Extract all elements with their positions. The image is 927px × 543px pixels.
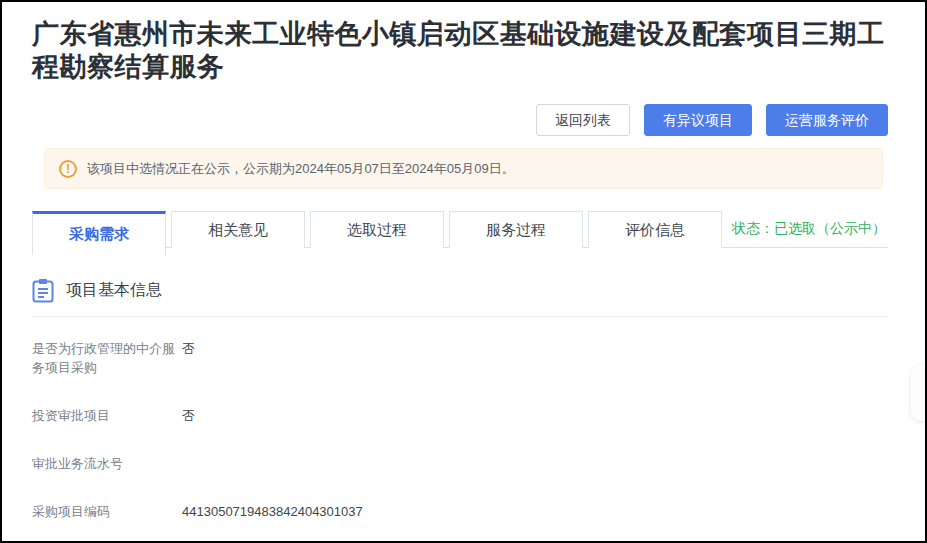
tab-procurement-demand[interactable]: 采购需求 [32,211,166,255]
back-to-list-button[interactable]: 返回列表 [536,104,630,136]
floating-side-widget[interactable] [911,365,927,421]
field-row-project-code: 采购项目编码 4413050719483842404301037 [32,502,888,521]
page-title: 广东省惠州市未来工业特色小镇启动区基础设施建设及配套项目三期工程勘察结算服务 [32,18,888,84]
section-title: 项目基本信息 [66,280,162,301]
field-label: 审批业务流水号 [32,454,182,473]
objection-project-button[interactable]: 有异议项目 [644,104,752,136]
service-evaluation-button[interactable]: 运营服务评价 [766,104,888,136]
toolbar: 返回列表 有异议项目 运营服务评价 [32,104,888,136]
field-label: 采购项目编码 [32,502,182,521]
field-value: 否 [182,406,195,425]
notice-text: 该项目中选情况正在公示，公示期为2024年05月07日至2024年05月09日。 [87,160,515,178]
tab-evaluation-info[interactable]: 评价信息 [588,211,722,248]
tab-selection-process[interactable]: 选取过程 [310,211,444,248]
field-row-investment-approval: 投资审批项目 否 [32,406,888,425]
publicity-notice-banner: ! 该项目中选情况正在公示，公示期为2024年05月07日至2024年05月09… [44,148,883,189]
field-value: 4413050719483842404301037 [182,502,363,521]
tab-related-opinions[interactable]: 相关意见 [171,211,305,248]
basic-info-field-list: 是否为行政管理的中介服务项目采购 否 投资审批项目 否 审批业务流水号 采购项目… [32,339,888,543]
field-row-intermediary-service: 是否为行政管理的中介服务项目采购 否 [32,339,888,377]
field-label: 是否为行政管理的中介服务项目采购 [32,339,182,377]
clipboard-icon [32,278,54,303]
status-badge: 状态：已选取（公示中） [732,220,888,238]
tab-service-process[interactable]: 服务过程 [449,211,583,248]
field-value: 否 [182,339,195,358]
field-row-approval-serial-number: 审批业务流水号 [32,454,888,473]
project-detail-page: 广东省惠州市未来工业特色小镇启动区基础设施建设及配套项目三期工程勘察结算服务 返… [0,0,927,543]
section-header-basic-info: 项目基本信息 [32,278,888,303]
field-label: 投资审批项目 [32,406,182,425]
warning-circle-icon: ! [59,160,77,178]
tab-bar: 采购需求 相关意见 选取过程 服务过程 评价信息 状态：已选取（公示中） [32,211,888,248]
section-divider [32,316,888,317]
